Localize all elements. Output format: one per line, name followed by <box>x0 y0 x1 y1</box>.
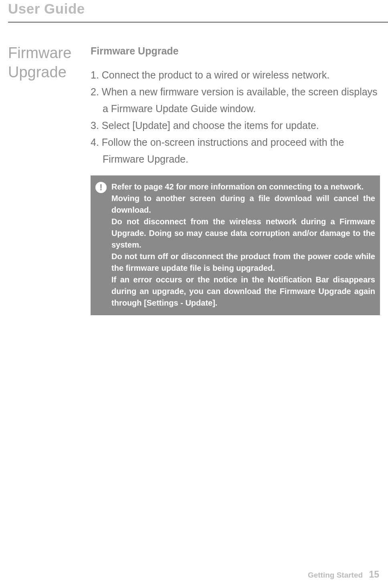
page-footer: Getting Started 15 <box>308 569 379 580</box>
step-item: 2. When a new firmware version is availa… <box>91 83 380 117</box>
notice-paragraph: Do not turn off or disconnect the produc… <box>111 251 375 274</box>
step-item: 3. Select [Update] and choose the items … <box>91 117 380 134</box>
notice-paragraph: If an error occurs or the notice in the … <box>111 274 375 309</box>
notice-text: Refer to page 42 for more information on… <box>111 181 375 309</box>
step-item: 4. Follow the on-screen instructions and… <box>91 134 380 167</box>
notice-paragraph: Moving to another screen during a file d… <box>111 193 375 216</box>
notice-paragraph: Refer to page 42 for more information on… <box>111 181 375 193</box>
step-item: 1. Connect the product to a wired or wir… <box>91 66 380 83</box>
content-heading: Firmware Upgrade <box>91 45 380 57</box>
page-number: 15 <box>369 569 379 580</box>
caution-icon <box>95 182 107 193</box>
footer-section-label: Getting Started <box>308 571 363 579</box>
document-title: User Guide <box>8 0 388 17</box>
notice-callout: Refer to page 42 for more information on… <box>91 175 380 315</box>
section-title: Firmware Upgrade <box>8 44 91 82</box>
step-list: 1. Connect the product to a wired or wir… <box>91 66 380 167</box>
notice-paragraph: Do not disconnect from the wireless netw… <box>111 216 375 251</box>
